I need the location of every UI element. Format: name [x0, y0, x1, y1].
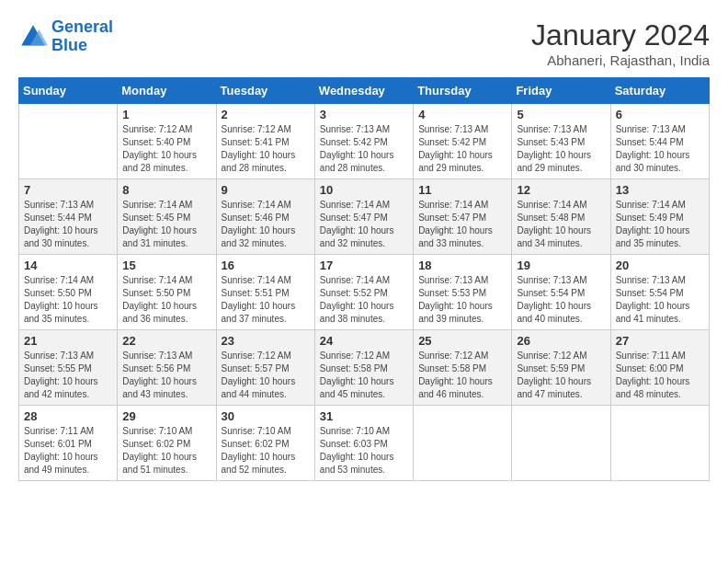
day-number: 21	[24, 334, 112, 348]
calendar-cell: 27Sunrise: 7:11 AM Sunset: 6:00 PM Dayli…	[610, 330, 709, 406]
day-info: Sunrise: 7:13 AM Sunset: 5:54 PM Dayligh…	[517, 274, 605, 326]
calendar-cell: 25Sunrise: 7:12 AM Sunset: 5:58 PM Dayli…	[414, 330, 512, 406]
day-number: 11	[418, 183, 506, 197]
calendar-cell: 18Sunrise: 7:13 AM Sunset: 5:53 PM Dayli…	[414, 255, 512, 330]
day-info: Sunrise: 7:13 AM Sunset: 5:55 PM Dayligh…	[24, 350, 112, 401]
calendar-cell: 12Sunrise: 7:14 AM Sunset: 5:48 PM Dayli…	[512, 179, 610, 255]
col-header-friday: Friday	[512, 78, 610, 104]
day-number: 16	[222, 259, 310, 272]
calendar-cell: 16Sunrise: 7:14 AM Sunset: 5:51 PM Dayli…	[216, 255, 314, 330]
calendar-cell: 20Sunrise: 7:13 AM Sunset: 5:54 PM Dayli…	[610, 255, 709, 330]
calendar-cell: 7Sunrise: 7:13 AM Sunset: 5:44 PM Daylig…	[19, 179, 118, 255]
day-number: 22	[122, 334, 210, 348]
calendar-cell: 24Sunrise: 7:12 AM Sunset: 5:58 PM Dayli…	[314, 330, 413, 406]
day-number: 17	[320, 259, 408, 272]
day-info: Sunrise: 7:14 AM Sunset: 5:45 PM Dayligh…	[122, 199, 210, 250]
day-number: 1	[122, 108, 210, 121]
day-info: Sunrise: 7:13 AM Sunset: 5:42 PM Dayligh…	[320, 123, 408, 175]
day-number: 4	[418, 108, 506, 121]
calendar-cell: 30Sunrise: 7:10 AM Sunset: 6:02 PM Dayli…	[216, 406, 314, 481]
calendar-cell: 28Sunrise: 7:11 AM Sunset: 6:01 PM Dayli…	[19, 406, 118, 481]
col-header-wednesday: Wednesday	[314, 78, 413, 104]
day-info: Sunrise: 7:14 AM Sunset: 5:49 PM Dayligh…	[616, 199, 704, 250]
day-number: 25	[418, 334, 506, 348]
day-info: Sunrise: 7:10 AM Sunset: 6:02 PM Dayligh…	[122, 425, 210, 477]
day-number: 18	[418, 259, 506, 272]
calendar-cell: 6Sunrise: 7:13 AM Sunset: 5:44 PM Daylig…	[610, 104, 709, 179]
calendar-cell	[19, 104, 118, 179]
day-number: 24	[320, 334, 408, 348]
day-info: Sunrise: 7:14 AM Sunset: 5:50 PM Dayligh…	[122, 274, 210, 326]
day-info: Sunrise: 7:11 AM Sunset: 6:01 PM Dayligh…	[24, 425, 112, 477]
logo-blue: Blue	[51, 36, 87, 54]
day-number: 12	[517, 183, 605, 197]
day-number: 9	[222, 183, 310, 197]
day-info: Sunrise: 7:10 AM Sunset: 6:02 PM Dayligh…	[222, 425, 310, 477]
day-number: 27	[616, 334, 704, 348]
day-number: 15	[122, 259, 210, 272]
calendar-cell: 22Sunrise: 7:13 AM Sunset: 5:56 PM Dayli…	[118, 330, 216, 406]
day-number: 19	[517, 259, 605, 272]
calendar-cell: 26Sunrise: 7:12 AM Sunset: 5:59 PM Dayli…	[512, 330, 610, 406]
col-header-sunday: Sunday	[19, 78, 118, 104]
day-number: 30	[222, 409, 310, 423]
calendar-cell: 15Sunrise: 7:14 AM Sunset: 5:50 PM Dayli…	[118, 255, 216, 330]
day-info: Sunrise: 7:14 AM Sunset: 5:48 PM Dayligh…	[517, 199, 605, 250]
calendar-cell: 29Sunrise: 7:10 AM Sunset: 6:02 PM Dayli…	[118, 406, 216, 481]
page-title: January 2024	[531, 18, 710, 52]
day-number: 7	[24, 183, 112, 197]
calendar-cell: 21Sunrise: 7:13 AM Sunset: 5:55 PM Dayli…	[19, 330, 118, 406]
calendar-cell: 9Sunrise: 7:14 AM Sunset: 5:46 PM Daylig…	[216, 179, 314, 255]
calendar-cell: 17Sunrise: 7:14 AM Sunset: 5:52 PM Dayli…	[314, 255, 413, 330]
day-info: Sunrise: 7:13 AM Sunset: 5:44 PM Dayligh…	[616, 123, 704, 175]
day-info: Sunrise: 7:12 AM Sunset: 5:58 PM Dayligh…	[418, 350, 506, 401]
day-info: Sunrise: 7:14 AM Sunset: 5:46 PM Dayligh…	[222, 199, 310, 250]
day-info: Sunrise: 7:12 AM Sunset: 5:57 PM Dayligh…	[222, 350, 310, 401]
logo-general: General	[51, 17, 113, 36]
logo: General Blue	[18, 18, 113, 55]
day-number: 5	[517, 108, 605, 121]
calendar-cell: 2Sunrise: 7:12 AM Sunset: 5:41 PM Daylig…	[216, 104, 314, 179]
calendar-cell: 11Sunrise: 7:14 AM Sunset: 5:47 PM Dayli…	[414, 179, 512, 255]
page-header: General Blue January 2024 Abhaneri, Raja…	[18, 18, 710, 68]
day-number: 3	[320, 108, 408, 121]
day-info: Sunrise: 7:14 AM Sunset: 5:51 PM Dayligh…	[222, 274, 310, 326]
logo-icon	[18, 22, 48, 52]
day-info: Sunrise: 7:10 AM Sunset: 6:03 PM Dayligh…	[320, 425, 408, 477]
col-header-thursday: Thursday	[414, 78, 512, 104]
day-number: 20	[616, 259, 704, 272]
day-info: Sunrise: 7:14 AM Sunset: 5:47 PM Dayligh…	[320, 199, 408, 250]
day-info: Sunrise: 7:13 AM Sunset: 5:53 PM Dayligh…	[418, 274, 506, 326]
col-header-monday: Monday	[118, 78, 216, 104]
day-info: Sunrise: 7:13 AM Sunset: 5:44 PM Dayligh…	[24, 199, 112, 250]
day-number: 14	[24, 259, 112, 272]
day-info: Sunrise: 7:13 AM Sunset: 5:56 PM Dayligh…	[122, 350, 210, 401]
day-number: 28	[24, 409, 112, 423]
day-info: Sunrise: 7:13 AM Sunset: 5:43 PM Dayligh…	[517, 123, 605, 175]
calendar-cell	[414, 406, 512, 481]
day-number: 8	[122, 183, 210, 197]
location-subtitle: Abhaneri, Rajasthan, India	[531, 52, 710, 68]
calendar-cell: 4Sunrise: 7:13 AM Sunset: 5:42 PM Daylig…	[414, 104, 512, 179]
calendar-cell: 3Sunrise: 7:13 AM Sunset: 5:42 PM Daylig…	[314, 104, 413, 179]
col-header-tuesday: Tuesday	[216, 78, 314, 104]
calendar-cell: 10Sunrise: 7:14 AM Sunset: 5:47 PM Dayli…	[314, 179, 413, 255]
calendar-cell: 1Sunrise: 7:12 AM Sunset: 5:40 PM Daylig…	[118, 104, 216, 179]
day-info: Sunrise: 7:14 AM Sunset: 5:47 PM Dayligh…	[418, 199, 506, 250]
calendar-cell	[610, 406, 709, 481]
calendar-cell: 31Sunrise: 7:10 AM Sunset: 6:03 PM Dayli…	[314, 406, 413, 481]
calendar-cell: 23Sunrise: 7:12 AM Sunset: 5:57 PM Dayli…	[216, 330, 314, 406]
calendar-cell: 19Sunrise: 7:13 AM Sunset: 5:54 PM Dayli…	[512, 255, 610, 330]
day-number: 10	[320, 183, 408, 197]
day-info: Sunrise: 7:14 AM Sunset: 5:50 PM Dayligh…	[24, 274, 112, 326]
title-block: January 2024 Abhaneri, Rajasthan, India	[531, 18, 710, 68]
day-number: 31	[320, 409, 408, 423]
calendar-cell	[512, 406, 610, 481]
day-number: 2	[222, 108, 310, 121]
day-info: Sunrise: 7:13 AM Sunset: 5:54 PM Dayligh…	[616, 274, 704, 326]
day-info: Sunrise: 7:12 AM Sunset: 5:58 PM Dayligh…	[320, 350, 408, 401]
col-header-saturday: Saturday	[610, 78, 709, 104]
day-info: Sunrise: 7:12 AM Sunset: 5:41 PM Dayligh…	[222, 123, 310, 175]
day-number: 23	[222, 334, 310, 348]
day-info: Sunrise: 7:13 AM Sunset: 5:42 PM Dayligh…	[418, 123, 506, 175]
